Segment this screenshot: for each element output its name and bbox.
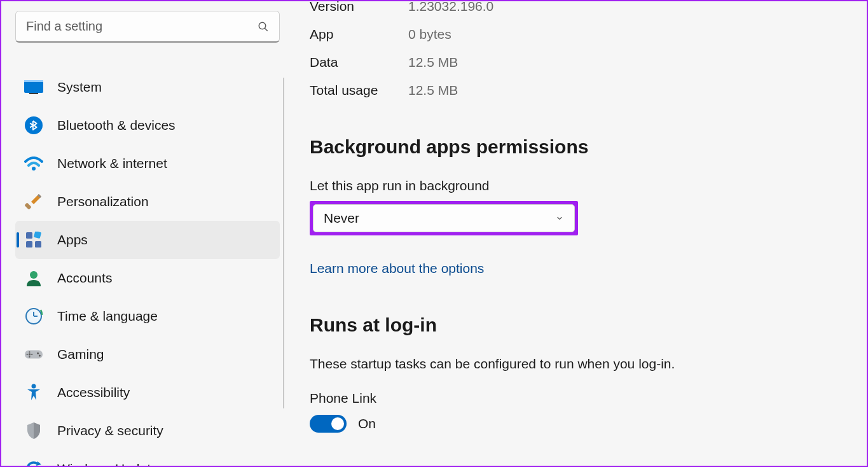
- svg-point-6: [32, 167, 36, 171]
- apps-icon: [24, 230, 43, 249]
- svg-point-24: [32, 384, 36, 389]
- spec-value: 12.5 MB: [408, 55, 458, 70]
- chevron-down-icon: [555, 214, 564, 223]
- svg-point-22: [37, 352, 39, 354]
- sidebar-item-privacy[interactable]: Privacy & security: [15, 412, 280, 450]
- startup-heading: Runs at log-in: [310, 314, 841, 336]
- sidebar-item-label: Gaming: [57, 347, 104, 362]
- svg-rect-7: [25, 202, 32, 209]
- toggle-state-label: On: [358, 416, 376, 431]
- spec-row: Total usage12.5 MB: [310, 83, 841, 98]
- sidebar-item-apps[interactable]: Apps: [15, 221, 280, 259]
- sidebar-item-accounts[interactable]: Accounts: [15, 259, 280, 297]
- svg-point-0: [259, 22, 266, 29]
- network-icon: [24, 154, 43, 173]
- spec-row: Data12.5 MB: [310, 55, 841, 70]
- sidebar-item-label: Windows Update: [57, 461, 158, 467]
- sidebar-item-label: Accounts: [57, 270, 112, 286]
- svg-rect-4: [29, 93, 38, 94]
- spec-key: Version: [310, 1, 408, 14]
- gaming-icon: [24, 345, 43, 364]
- spec-value: 12.5 MB: [408, 83, 458, 98]
- svg-point-17: [29, 353, 31, 355]
- background-dropdown[interactable]: Never: [313, 204, 575, 232]
- svg-rect-3: [24, 80, 43, 82]
- spec-key: Total usage: [310, 83, 408, 98]
- update-icon: [24, 459, 43, 467]
- sidebar-item-label: Privacy & security: [57, 423, 163, 438]
- background-label: Let this app run in background: [310, 178, 841, 193]
- sidebar-item-label: Apps: [57, 232, 88, 247]
- startup-toggle[interactable]: [310, 415, 347, 433]
- sidebar-item-update[interactable]: Windows Update: [15, 450, 280, 467]
- svg-point-23: [39, 354, 41, 356]
- privacy-icon: [24, 421, 43, 440]
- search-box[interactable]: [15, 11, 280, 43]
- system-icon: [24, 78, 43, 97]
- svg-point-12: [30, 271, 38, 279]
- svg-rect-8: [26, 232, 32, 239]
- sidebar-scrollbar[interactable]: [283, 78, 284, 408]
- accounts-icon: [24, 268, 43, 288]
- main-content: Version1.23032.196.0App0 bytesData12.5 M…: [284, 1, 867, 466]
- svg-marker-25: [36, 461, 41, 466]
- nav-list: SystemBluetooth & devicesNetwork & inter…: [15, 68, 280, 467]
- sidebar-item-label: Network & internet: [57, 156, 167, 171]
- sidebar-item-system[interactable]: System: [15, 68, 280, 106]
- learn-more-link[interactable]: Learn more about the options: [310, 261, 484, 276]
- dropdown-value: Never: [324, 211, 359, 226]
- startup-item-label: Phone Link: [310, 391, 841, 406]
- spec-key: Data: [310, 55, 408, 70]
- specs-table: Version1.23032.196.0App0 bytesData12.5 M…: [310, 1, 841, 98]
- accessibility-icon: [24, 383, 43, 402]
- spec-value: 0 bytes: [408, 27, 451, 42]
- search-input[interactable]: [26, 19, 258, 34]
- sidebar-item-accessibility[interactable]: Accessibility: [15, 373, 280, 412]
- sidebar-item-label: Personalization: [57, 194, 149, 209]
- sidebar-item-gaming[interactable]: Gaming: [15, 335, 280, 373]
- sidebar-item-time[interactable]: Time & language: [15, 297, 280, 335]
- startup-toggle-row: On: [310, 415, 841, 433]
- sidebar-item-personalization[interactable]: Personalization: [15, 183, 280, 221]
- sidebar-item-bluetooth[interactable]: Bluetooth & devices: [15, 106, 280, 144]
- startup-description: These startup tasks can be configured to…: [310, 356, 841, 372]
- spec-value: 1.23032.196.0: [408, 1, 493, 14]
- sidebar-item-label: System: [57, 80, 102, 95]
- sidebar-item-label: Bluetooth & devices: [57, 118, 176, 133]
- spec-row: App0 bytes: [310, 27, 841, 42]
- svg-point-20: [27, 354, 28, 355]
- dropdown-highlight: Never: [310, 201, 578, 235]
- time-icon: [24, 307, 43, 326]
- svg-point-18: [29, 351, 30, 352]
- svg-rect-10: [35, 241, 41, 247]
- toggle-knob: [331, 417, 344, 430]
- background-heading: Background apps permissions: [310, 136, 841, 158]
- sidebar-item-label: Accessibility: [57, 385, 130, 400]
- search-icon: [258, 21, 269, 32]
- bluetooth-icon: [24, 116, 43, 135]
- personalization-icon: [24, 192, 43, 211]
- svg-point-19: [29, 356, 30, 358]
- svg-line-1: [265, 28, 268, 31]
- sidebar-item-label: Time & language: [57, 309, 158, 324]
- svg-rect-11: [34, 232, 41, 239]
- spec-key: App: [310, 27, 408, 42]
- svg-point-21: [31, 354, 32, 355]
- spec-row: Version1.23032.196.0: [310, 1, 841, 14]
- svg-rect-9: [26, 241, 32, 247]
- sidebar-item-network[interactable]: Network & internet: [15, 144, 280, 183]
- sidebar: SystemBluetooth & devicesNetwork & inter…: [1, 1, 284, 466]
